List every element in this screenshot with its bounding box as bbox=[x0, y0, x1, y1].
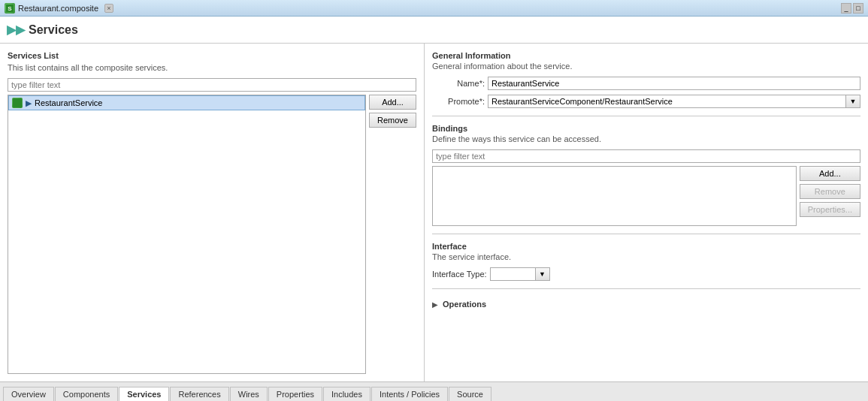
list-item[interactable]: ▶ RestaurantService bbox=[8, 95, 365, 110]
tab-includes[interactable]: Includes bbox=[323, 387, 370, 401]
tab-overview[interactable]: Overview bbox=[3, 387, 54, 401]
interface-type-select-wrap: ▼ bbox=[490, 267, 550, 281]
bindings-remove-button[interactable]: Remove bbox=[800, 184, 860, 199]
list-buttons: Add... Remove bbox=[369, 95, 416, 374]
tab-properties[interactable]: Properties bbox=[268, 387, 322, 401]
tab-components[interactable]: Components bbox=[55, 387, 118, 401]
bindings-buttons: Add... Remove Properties... bbox=[800, 166, 860, 226]
bindings-subtitle: Define the ways this service can be acce… bbox=[432, 134, 860, 143]
right-panel: General Information General information … bbox=[425, 44, 868, 381]
interface-subtitle: The service interface. bbox=[432, 252, 860, 261]
bindings-add-button[interactable]: Add... bbox=[800, 166, 860, 181]
services-filter-input[interactable] bbox=[8, 78, 416, 92]
list-area: ▶ RestaurantService Add... Remove bbox=[8, 95, 416, 374]
interface-section: Interface The service interface. Interfa… bbox=[432, 242, 860, 281]
bindings-list[interactable] bbox=[432, 166, 797, 226]
divider-1 bbox=[432, 116, 860, 116]
tab-services[interactable]: Services bbox=[119, 387, 169, 401]
general-info-subtitle: General information about the service. bbox=[432, 62, 860, 71]
interface-title: Interface bbox=[432, 242, 860, 251]
bindings-filter-input[interactable] bbox=[432, 149, 860, 163]
maximize-button[interactable]: □ bbox=[853, 3, 863, 14]
tab-intents-policies[interactable]: Intents / Policies bbox=[371, 387, 448, 401]
bindings-section: Bindings Define the ways this service ca… bbox=[432, 124, 860, 226]
promote-label: Promote*: bbox=[432, 97, 485, 106]
operations-expand-icon: ▶ bbox=[432, 300, 438, 309]
services-icon: ▶▶ bbox=[9, 23, 23, 37]
interface-type-input[interactable] bbox=[490, 267, 535, 281]
bottom-tabs: Overview Components Services References … bbox=[0, 381, 868, 401]
tab-references[interactable]: References bbox=[170, 387, 228, 401]
interface-type-row: Interface Type: ▼ bbox=[432, 267, 860, 281]
tab-title: Restaurant.composite bbox=[18, 4, 98, 13]
title-bar: S Restaurant.composite × _ □ bbox=[0, 0, 868, 17]
services-list-subtitle: This list contains all the composite ser… bbox=[8, 63, 416, 72]
file-icon: S bbox=[5, 3, 15, 14]
close-tab-button[interactable]: × bbox=[104, 4, 113, 13]
bindings-title: Bindings bbox=[432, 124, 860, 133]
interface-type-label: Interface Type: bbox=[432, 270, 487, 279]
service-list[interactable]: ▶ RestaurantService bbox=[8, 95, 366, 374]
tab-source[interactable]: Source bbox=[449, 387, 491, 401]
interface-type-dropdown-button[interactable]: ▼ bbox=[535, 267, 550, 281]
general-info-title: General Information bbox=[432, 51, 860, 60]
divider-2 bbox=[432, 234, 860, 234]
bindings-area: Add... Remove Properties... bbox=[432, 166, 860, 226]
promote-dropdown-button[interactable]: ▼ bbox=[845, 95, 860, 108]
promote-select-wrap: ▼ bbox=[488, 95, 860, 108]
svg-rect-2 bbox=[13, 98, 22, 107]
tab-wires[interactable]: Wires bbox=[230, 387, 268, 401]
promote-row: Promote*: ▼ bbox=[432, 95, 860, 108]
operations-label: Operations bbox=[443, 300, 486, 309]
service-item-arrow-icon: ▶ bbox=[26, 99, 32, 107]
remove-button[interactable]: Remove bbox=[369, 113, 416, 128]
page-title: Services bbox=[29, 23, 78, 37]
add-button[interactable]: Add... bbox=[369, 95, 416, 110]
window-controls: _ □ bbox=[841, 3, 863, 14]
services-list-title: Services List bbox=[8, 51, 416, 60]
service-item-label: RestaurantService bbox=[35, 98, 103, 107]
main-content: Services List This list contains all the… bbox=[0, 44, 868, 381]
general-info-section: General Information General information … bbox=[432, 51, 860, 108]
bindings-properties-button[interactable]: Properties... bbox=[800, 202, 860, 217]
svg-text:S: S bbox=[8, 5, 12, 12]
service-item-icon bbox=[12, 98, 23, 108]
operations-section[interactable]: ▶ Operations bbox=[432, 297, 860, 312]
promote-input[interactable] bbox=[488, 95, 845, 108]
name-input[interactable] bbox=[488, 77, 860, 90]
page-header: ▶▶ Services bbox=[0, 17, 868, 44]
divider-3 bbox=[432, 288, 860, 289]
name-row: Name*: bbox=[432, 77, 860, 90]
name-label: Name*: bbox=[432, 79, 485, 88]
minimize-button[interactable]: _ bbox=[841, 3, 851, 14]
left-panel: Services List This list contains all the… bbox=[0, 44, 425, 381]
